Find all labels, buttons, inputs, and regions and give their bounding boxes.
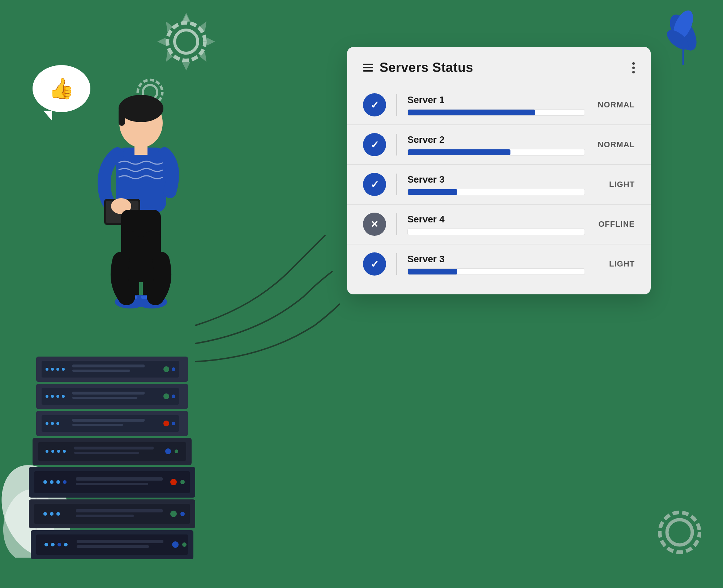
svg-rect-55: [72, 419, 145, 422]
card-header: Servers Status: [347, 47, 651, 85]
svg-point-57: [163, 421, 169, 426]
svg-point-67: [165, 448, 171, 454]
server-info: Server 2: [407, 134, 585, 155]
svg-point-73: [56, 480, 60, 484]
svg-point-43: [51, 395, 54, 398]
svg-rect-47: [72, 397, 137, 399]
check-icon: ✓: [371, 139, 379, 151]
progress-bar-fill: [408, 110, 535, 115]
svg-point-61: [46, 450, 48, 453]
list-icon: [363, 64, 373, 72]
svg-point-48: [163, 393, 169, 399]
server-name: Server 3: [407, 253, 585, 265]
svg-point-97: [182, 542, 187, 547]
svg-point-72: [50, 480, 54, 484]
svg-rect-51: [42, 415, 179, 432]
card-title: Servers Status: [380, 60, 473, 75]
svg-rect-56: [72, 424, 123, 426]
status-circle: ✓: [363, 252, 386, 276]
svg-point-74: [63, 480, 67, 484]
svg-point-33: [51, 368, 54, 371]
svg-rect-66: [74, 452, 139, 454]
status-circle: ✓: [363, 133, 386, 156]
svg-point-1: [167, 23, 205, 60]
svg-point-93: [64, 543, 68, 546]
svg-point-0: [175, 30, 198, 53]
svg-point-35: [62, 368, 65, 371]
server-row: ✓ Server 2 NORMAL: [347, 125, 651, 165]
check-icon: ✓: [371, 99, 379, 111]
card-title-group: Servers Status: [363, 60, 473, 75]
row-divider: [396, 134, 397, 155]
svg-point-4: [667, 520, 692, 545]
server-stack-illustration: [29, 357, 195, 559]
svg-point-71: [43, 480, 47, 484]
svg-point-62: [51, 450, 54, 453]
svg-rect-76: [76, 483, 148, 485]
svg-point-96: [172, 541, 179, 548]
svg-point-54: [56, 422, 59, 425]
row-divider: [396, 174, 397, 195]
svg-point-91: [51, 543, 55, 546]
check-icon: ✓: [371, 258, 379, 270]
svg-point-45: [62, 395, 65, 398]
status-label: LIGHT: [595, 259, 635, 269]
svg-point-83: [56, 512, 60, 516]
person-illustration: [65, 94, 217, 369]
progress-bar-background: [407, 149, 585, 155]
svg-point-34: [56, 368, 59, 371]
server-info: Server 4: [407, 214, 585, 235]
server-row: ✓ Server 3 LIGHT: [347, 165, 651, 205]
server-name: Server 4: [407, 214, 585, 225]
row-divider: [396, 213, 397, 235]
status-circle: ✓: [363, 173, 386, 196]
svg-point-49: [172, 395, 175, 398]
status-label: NORMAL: [595, 100, 635, 110]
svg-point-78: [180, 480, 185, 484]
svg-point-86: [170, 511, 177, 517]
svg-rect-17: [134, 144, 147, 155]
svg-point-14: [119, 95, 163, 122]
svg-point-77: [170, 479, 177, 485]
svg-rect-75: [76, 477, 163, 481]
server-info: Server 1: [407, 94, 585, 116]
status-label: NORMAL: [595, 140, 635, 149]
plant-decoration: [662, 7, 705, 67]
gear-bottom-right-icon: [647, 500, 712, 566]
server-name: Server 1: [407, 94, 585, 106]
svg-point-44: [56, 395, 59, 398]
svg-rect-37: [72, 370, 130, 372]
check-icon: ✓: [371, 179, 379, 191]
svg-point-64: [63, 450, 66, 453]
server-info: Server 3: [407, 253, 585, 275]
more-options-button[interactable]: [632, 62, 635, 73]
svg-point-39: [172, 367, 175, 371]
server-name: Server 2: [407, 134, 585, 145]
status-circle: ✕: [363, 213, 386, 236]
server-row: ✓ Server 1 NORMAL: [347, 85, 651, 125]
svg-point-82: [50, 512, 54, 516]
progress-bar-fill: [408, 269, 457, 274]
status-label: LIGHT: [595, 180, 635, 189]
server-row: ✕ Server 4 OFFLINE: [347, 205, 651, 244]
server-info: Server 3: [407, 174, 585, 195]
svg-point-42: [46, 395, 48, 398]
x-icon: ✕: [371, 219, 378, 230]
progress-bar-fill: [408, 149, 510, 155]
status-circle: ✓: [363, 93, 386, 116]
svg-rect-46: [72, 392, 145, 395]
progress-bar-fill: [408, 189, 457, 195]
svg-rect-94: [77, 540, 163, 543]
progress-bar-background: [407, 268, 585, 275]
status-label: OFFLINE: [595, 220, 635, 229]
svg-rect-85: [76, 515, 134, 517]
svg-rect-36: [72, 365, 145, 367]
row-divider: [396, 94, 397, 116]
svg-rect-15: [119, 108, 125, 126]
progress-bar-background: [407, 109, 585, 116]
server-name: Server 3: [407, 174, 585, 185]
server-row: ✓ Server 3 LIGHT: [347, 244, 651, 284]
svg-rect-65: [74, 447, 154, 449]
svg-point-90: [44, 543, 48, 546]
svg-point-63: [57, 450, 60, 453]
